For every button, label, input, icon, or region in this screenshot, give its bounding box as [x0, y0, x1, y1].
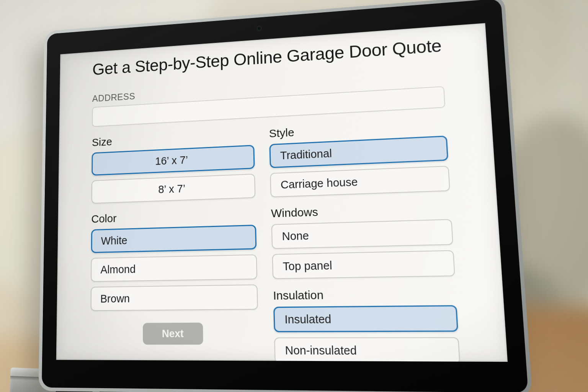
- webcam-icon: [257, 27, 261, 30]
- color-option-almond[interactable]: Almond: [91, 254, 257, 282]
- laptop-lid: Get a Step-by-Step Online Garage Door Qu…: [38, 0, 532, 392]
- laptop-aluminum-edge: Get a Step-by-Step Online Garage Door Qu…: [38, 0, 532, 392]
- insulation-group: Insulation Insulated Non-insulated: [273, 286, 460, 362]
- size-group: Size 16’ x 7’ 8’ x 7’: [91, 128, 255, 204]
- color-option-white[interactable]: White: [91, 225, 256, 253]
- size-option-8x7[interactable]: 8’ x 7’: [91, 174, 255, 204]
- quote-form: Get a Step-by-Step Online Garage Door Qu…: [90, 35, 461, 362]
- windows-option-none[interactable]: None: [271, 219, 453, 249]
- color-option-brown[interactable]: Brown: [91, 284, 258, 311]
- laptop-bezel: Get a Step-by-Step Online Garage Door Qu…: [42, 0, 528, 392]
- page-title: Get a Step-by-Step Online Garage Door Qu…: [92, 35, 442, 79]
- windows-group: Windows None Top panel: [271, 201, 455, 279]
- form-column-right: Style Traditional Carriage house Windows…: [269, 118, 461, 362]
- style-option-traditional[interactable]: Traditional: [269, 136, 448, 168]
- color-label: Color: [91, 207, 256, 226]
- next-button[interactable]: Next: [143, 323, 203, 345]
- windows-label: Windows: [271, 201, 452, 220]
- photo-stage: Get a Step-by-Step Online Garage Door Qu…: [0, 0, 588, 392]
- style-option-carriage-house[interactable]: Carriage house: [270, 166, 450, 198]
- insulation-label: Insulation: [273, 286, 457, 302]
- windows-option-top-panel[interactable]: Top panel: [272, 250, 455, 279]
- color-group: Color White Almond Brown: [91, 207, 258, 311]
- size-option-16x7[interactable]: 16’ x 7’: [91, 145, 255, 176]
- laptop-screen: Get a Step-by-Step Online Garage Door Qu…: [56, 23, 508, 362]
- insulation-option-non-insulated[interactable]: Non-insulated: [274, 337, 460, 362]
- address-field: ADDRESS: [92, 72, 445, 127]
- form-column-left: Size 16’ x 7’ 8’ x 7’ Color White Almond…: [90, 128, 259, 345]
- form-columns: Size 16’ x 7’ 8’ x 7’ Color White Almond…: [90, 118, 461, 362]
- style-group: Style Traditional Carriage house: [269, 118, 450, 197]
- insulation-option-insulated[interactable]: Insulated: [273, 305, 458, 332]
